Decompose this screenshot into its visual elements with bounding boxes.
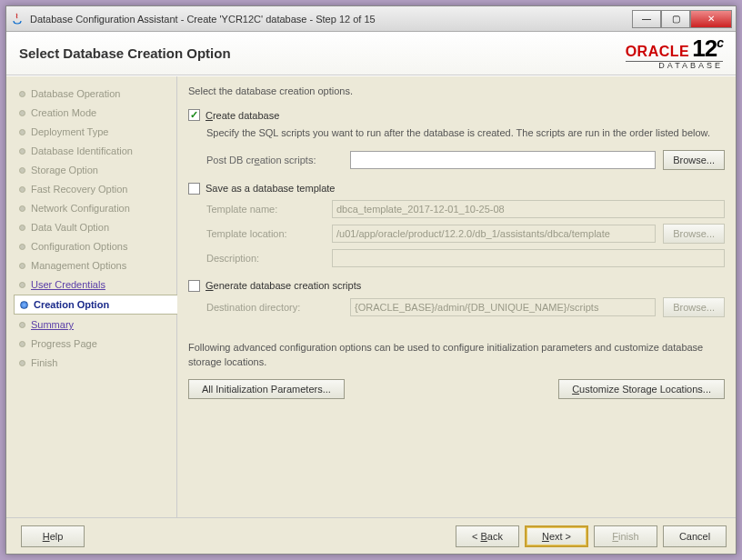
template-desc-label: Description: [206, 253, 325, 264]
nav-dot-icon [19, 244, 25, 250]
create-database-section: Create database Specify the SQL scripts … [188, 109, 725, 170]
content: Select the database creation options. Cr… [177, 76, 736, 517]
cancel-button[interactable]: Cancel [663, 525, 727, 547]
post-scripts-browse-button[interactable]: Browse... [663, 150, 725, 170]
post-scripts-label: Post DB creation scripts: [206, 155, 343, 165]
nav-dot-icon [19, 148, 25, 155]
create-db-desc: Specify the SQL scripts you want to run … [206, 126, 725, 141]
body: Database OperationCreation ModeDeploymen… [6, 75, 736, 517]
post-scripts-input[interactable] [350, 151, 656, 169]
nav-dot-icon [19, 186, 25, 193]
nav-step-5: Storage Option [14, 161, 176, 179]
nav-dot-icon [20, 301, 28, 309]
template-location-label: Template location: [206, 228, 325, 239]
nav-step-label: Summary [31, 319, 74, 330]
nav-step-4: Database Identification [14, 142, 176, 160]
nav-step-label: Database Identification [31, 145, 133, 156]
help-button[interactable]: Help [21, 525, 85, 547]
java-icon [10, 12, 25, 26]
header: Select Database Creation Option ORACLE 1… [6, 32, 736, 75]
nav-step-label: Storage Option [31, 165, 98, 175]
nav-step-11[interactable]: User Credentials [14, 275, 176, 294]
generate-scripts-checkbox[interactable] [188, 280, 200, 292]
nav-step-12[interactable]: Creation Option [14, 295, 177, 315]
nav-step-label: Fast Recovery Option [31, 184, 127, 195]
minimize-button[interactable]: — [632, 10, 661, 28]
save-template-checkbox[interactable] [188, 183, 200, 195]
template-name-label: Template name: [206, 204, 325, 215]
dialog-window: Database Configuration Assistant - Creat… [5, 5, 737, 555]
template-desc-input [332, 249, 725, 267]
dest-dir-label: Destination directory: [206, 302, 343, 313]
nav-step-label: Finish [31, 357, 57, 368]
nav-step-label: Database Operation [31, 88, 120, 99]
nav-step-label: User Credentials [31, 279, 105, 290]
maximize-button[interactable]: ▢ [661, 10, 690, 28]
nav-step-8: Data Vault Option [14, 218, 176, 236]
nav-step-7: Network Configuration [14, 199, 176, 217]
nav-dot-icon [19, 110, 25, 116]
advanced-section: Following advanced configuration options… [188, 341, 725, 399]
nav-dot-icon [19, 205, 25, 212]
customize-storage-button[interactable]: Customize Storage Locations... [558, 379, 725, 399]
window-title: Database Configuration Assistant - Creat… [30, 14, 632, 25]
nav-dot-icon [19, 282, 25, 288]
close-button[interactable]: ✕ [690, 10, 732, 28]
oracle-logo: ORACLE 12c DATABASE [626, 35, 723, 71]
nav-step-label: Network Configuration [31, 203, 130, 214]
nav-step-14: Progress Page [14, 335, 176, 353]
nav-step-label: Data Vault Option [31, 222, 109, 233]
nav-dot-icon [19, 225, 25, 231]
nav-dot-icon [19, 341, 25, 347]
nav-dot-icon [19, 167, 25, 174]
create-database-label: Create database [206, 110, 279, 121]
product-text: DATABASE [626, 61, 723, 71]
nav-step-1: Database Operation [14, 85, 176, 103]
nav-dot-icon [19, 322, 25, 328]
window-controls: — ▢ ✕ [632, 10, 732, 28]
next-button[interactable]: Next > [525, 525, 588, 547]
dest-dir-input [350, 298, 656, 316]
intro-text: Select the database creation options. [188, 85, 725, 96]
nav-step-label: Management Options [31, 260, 126, 271]
advanced-desc: Following advanced configuration options… [188, 341, 725, 370]
generate-scripts-label: Generate database creation scripts [206, 280, 361, 291]
dest-browse-button: Browse... [663, 297, 725, 317]
nav-step-label: Configuration Options [31, 241, 127, 252]
save-template-label: Save as a database template [206, 183, 335, 194]
template-name-input [332, 200, 725, 218]
nav-step-10: Management Options [14, 256, 176, 275]
footer: Help < Back Next > Finish Cancel [6, 517, 736, 554]
nav-step-13[interactable]: Summary [14, 315, 176, 334]
template-browse-button: Browse... [663, 224, 725, 244]
nav-step-2: Creation Mode [14, 104, 176, 122]
nav-step-3: Deployment Type [14, 123, 176, 141]
page-title: Select Database Creation Option [19, 45, 231, 61]
nav-step-label: Creation Mode [31, 107, 96, 118]
brand-text: ORACLE [626, 44, 690, 59]
wizard-nav: Database OperationCreation ModeDeploymen… [6, 76, 177, 517]
back-button[interactable]: < Back [456, 525, 519, 547]
nav-step-label: Progress Page [31, 338, 97, 349]
nav-step-6: Fast Recovery Option [14, 180, 176, 198]
finish-button: Finish [594, 525, 657, 547]
generate-scripts-section: Generate database creation scripts Desti… [188, 280, 725, 317]
nav-dot-icon [19, 129, 25, 135]
nav-step-9: Configuration Options [14, 237, 176, 255]
nav-step-label: Deployment Type [31, 126, 108, 137]
template-location-input [332, 225, 656, 243]
nav-dot-icon [19, 263, 25, 269]
nav-dot-icon [19, 91, 25, 97]
create-database-checkbox[interactable] [188, 109, 200, 121]
nav-step-15: Finish [14, 354, 176, 372]
nav-step-label: Creation Option [34, 299, 109, 310]
nav-dot-icon [19, 360, 25, 366]
titlebar[interactable]: Database Configuration Assistant - Creat… [6, 6, 736, 32]
init-params-button[interactable]: All Initialization Parameters... [188, 379, 345, 399]
save-template-section: Save as a database template Template nam… [188, 183, 725, 267]
